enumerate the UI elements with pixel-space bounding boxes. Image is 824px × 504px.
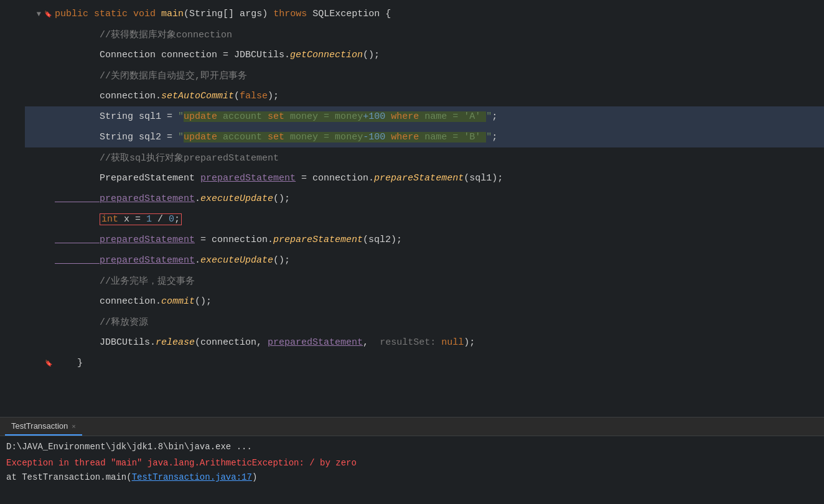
fold-icon-1[interactable]: ▼ [37,10,41,19]
line-content-6: String sql1 = "update account set money … [55,111,497,122]
code-line-12: preparedStatement = connection.prepareSt… [25,230,824,250]
line-content-11: int x = 1 / 0; [55,213,182,225]
line-content-10: preparedStatement.executeUpdate(); [55,194,290,204]
line-content-15: connection.commit(); [55,296,212,307]
stack-link[interactable]: TestTransaction.java:17 [132,472,252,482]
code-line-18: 🔖 } [25,353,824,373]
panel-output: D:\JAVA_Environment\jdk\jdk1.8\bin\java.… [0,436,824,488]
line-content-17: JDBCUtils.release(connection, preparedSt… [55,337,475,348]
code-content: ▼ 🔖 public static void main(String[] arg… [25,0,824,377]
panel-tabs: TestTransaction × [0,418,824,436]
code-line-9: PreparedStatement preparedStatement = co… [25,168,824,189]
line-content-4: //关闭数据库自动提交,即开启事务 [55,70,247,82]
line-content-9: PreparedStatement preparedStatement = co… [55,173,503,184]
gutter-1: ▼ 🔖 [30,10,55,19]
code-line-1: ▼ 🔖 public static void main(String[] arg… [25,4,824,24]
tab-test-transaction[interactable]: TestTransaction × [5,418,82,436]
code-line-4: //关闭数据库自动提交,即开启事务 [25,65,824,86]
code-line-17: JDBCUtils.release(connection, preparedSt… [25,332,824,353]
error-highlight-box: int x = 1 / 0; [100,213,182,225]
bookmark-1: 🔖 [44,11,52,18]
code-line-8: //获取sql执行对象preparedStatement [25,147,824,168]
tab-label: TestTransaction [11,421,68,431]
line-content-18: } [55,358,83,368]
code-line-14: //业务完毕，提交事务 [25,271,824,291]
line-content-14: //业务完毕，提交事务 [55,275,195,287]
code-line-10: preparedStatement.executeUpdate(); [25,189,824,209]
bookmark-18: 🔖 [45,360,52,367]
code-line-7: String sql2 = "update account set money … [25,127,824,147]
line-content-12: preparedStatement = connection.prepareSt… [55,235,402,245]
error-message: Exception in thread "main" java.lang.Ari… [6,456,818,470]
stack-end: ) [252,472,257,482]
line-content-8: //获取sql执行对象preparedStatement [55,152,279,164]
code-line-2: //获得数据库对象connection [25,24,824,45]
line-content-16: //释放资源 [55,316,148,328]
code-line-5: connection.setAutoCommit(false); [25,86,824,106]
line-content-1: public static void main(String[] args) t… [55,9,391,19]
line-content-5: connection.setAutoCommit(false); [55,91,279,101]
stack-trace-line: at TestTransaction.main(TestTransaction.… [6,470,818,484]
tab-close-button[interactable]: × [72,422,75,430]
code-editor: ▼ 🔖 public static void main(String[] arg… [0,0,824,417]
line-content-3: Connection connection = JDBCUtils.getCon… [55,50,380,60]
code-line-6: String sql1 = "update account set money … [25,106,824,127]
line-content-7: String sql2 = "update account set money … [55,132,497,142]
code-line-3: Connection connection = JDBCUtils.getCon… [25,45,824,65]
gutter-18: 🔖 [30,360,55,367]
code-line-13: preparedStatement.executeUpdate(); [25,250,824,271]
run-command: D:\JAVA_Environment\jdk\jdk1.8\bin\java.… [6,440,818,454]
bottom-panel: TestTransaction × D:\JAVA_Environment\jd… [0,417,824,504]
line-content-2: //获得数据库对象connection [55,29,232,40]
code-line-16: //释放资源 [25,312,824,332]
code-line-15: connection.commit(); [25,291,824,312]
stack-text: at TestTransaction.main( [6,472,132,482]
code-line-11: int x = 1 / 0; [25,209,824,230]
line-content-13: preparedStatement.executeUpdate(); [55,255,290,266]
